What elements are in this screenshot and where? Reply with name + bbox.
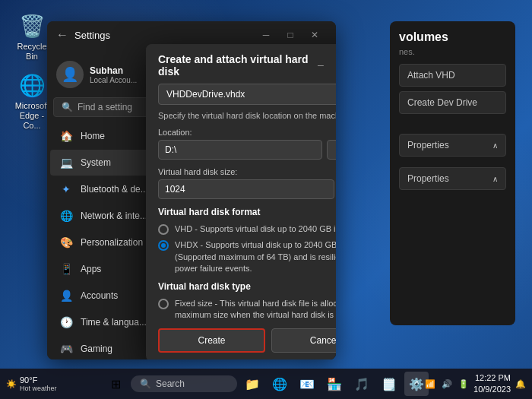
avatar: 👤: [56, 61, 84, 88]
vhd-size-row: MB GB TB ▼: [158, 179, 336, 199]
sidebar-item-time-label: Time & langua...: [81, 317, 147, 328]
vhd-window-controls: ─ □ ✕: [310, 56, 336, 74]
recycle-bin-icon: 🗑️: [18, 12, 46, 40]
format-heading: Virtual hard disk format: [158, 207, 336, 217]
attach-vhd-button[interactable]: Attach VHD: [399, 64, 506, 87]
fixed-type-label: Fixed size - This virtual hard disk file…: [175, 298, 336, 321]
type-heading: Virtual hard disk type: [158, 281, 336, 292]
settings-back-button[interactable]: ←: [56, 28, 68, 42]
vhd-filename-input[interactable]: [158, 84, 336, 105]
personalization-icon: 🎨: [59, 236, 73, 249]
search-placeholder: Find a setting: [78, 102, 132, 112]
gaming-icon: 🎮: [59, 342, 73, 356]
properties1-chevron: ∧: [492, 141, 498, 150]
create-button[interactable]: Create: [158, 328, 265, 353]
network-icon: 🌐: [59, 209, 73, 223]
size-label: Virtual hard disk size:: [158, 167, 336, 176]
taskbar: ☀️ 90°F Hot weather ⊞ 🔍 Search 📁 🌐 📧 🏪 🎵…: [0, 369, 532, 399]
sidebar-item-bluetooth-label: Bluetooth & de...: [81, 184, 148, 195]
vhd-format-label: VHD - Supports virtual disk up to 2040 G…: [175, 223, 336, 235]
weather-icon: ☀️: [6, 379, 17, 389]
taskbar-store[interactable]: 🏪: [322, 372, 347, 396]
notification-icon[interactable]: 🔔: [515, 379, 526, 389]
taskbar-search-label: Search: [156, 378, 185, 389]
vhd-radio-circle[interactable]: [158, 224, 169, 235]
close-button[interactable]: ✕: [302, 24, 327, 46]
clock-date: 10/9/2023: [473, 384, 511, 395]
network-tray-icon[interactable]: 📶: [425, 379, 435, 389]
edge-icon: 🌐: [18, 71, 46, 99]
fixed-radio-circle[interactable]: [158, 299, 169, 309]
cancel-button[interactable]: Cancel: [271, 328, 336, 353]
volume-icon[interactable]: 🔊: [442, 379, 452, 389]
sidebar-item-home-label: Home: [81, 131, 105, 141]
vhd-maximize-button[interactable]: □: [333, 56, 336, 74]
bg-panel-title: volumes: [399, 30, 506, 44]
window-controls: ─ □ ✕: [254, 24, 327, 46]
create-dev-drive-button[interactable]: Create Dev Drive: [399, 91, 506, 114]
properties2-button[interactable]: Properties ∧: [399, 167, 506, 190]
time-icon: 🕐: [59, 315, 73, 329]
fixed-type-option[interactable]: Fixed size - This virtual hard disk file…: [158, 298, 336, 321]
bg-panel: volumes nes. Attach VHD Create Dev Drive…: [390, 21, 515, 325]
chevron-icon[interactable]: ^: [415, 379, 419, 388]
taskbar-edge[interactable]: 🌐: [268, 372, 292, 396]
vhd-format-option[interactable]: VHD - Supports virtual disk up to 2040 G…: [158, 223, 336, 235]
battery-icon[interactable]: 🔋: [458, 379, 469, 389]
taskbar-mail[interactable]: 📧: [295, 372, 319, 396]
vhd-size-input[interactable]: [158, 179, 334, 199]
search-icon: 🔍: [62, 102, 73, 112]
bluetooth-icon: ✦: [59, 182, 73, 196]
clock[interactable]: 12:22 PM 10/9/2023: [473, 372, 511, 396]
minimize-button[interactable]: ─: [254, 24, 278, 46]
vhd-location-row: Browse: [158, 140, 336, 160]
vhd-description: Specify the virtual hard disk location o…: [158, 111, 336, 120]
settings-title: Settings: [74, 30, 254, 41]
taskbar-search-icon: 🔍: [140, 378, 151, 389]
properties2-chevron: ∧: [492, 175, 498, 183]
temperature: 90°F: [20, 375, 57, 385]
sidebar-item-gaming-label: Gaming: [81, 344, 112, 354]
settings-window: ← Settings ─ □ ✕ 👤 Subhan Local Accou...: [47, 21, 336, 359]
vhdx-format-label: VHDX - Supports virtual disk up to 2040 …: [175, 239, 336, 274]
clock-time: 12:22 PM: [473, 372, 511, 384]
home-icon: 🏠: [59, 129, 73, 143]
location-label: Location:: [158, 128, 336, 137]
taskbar-search[interactable]: 🔍 Search: [131, 375, 237, 392]
vhd-minimize-button[interactable]: ─: [310, 56, 331, 74]
maximize-button[interactable]: □: [278, 24, 302, 46]
bg-panel-sub: nes.: [399, 47, 506, 56]
taskbar-media[interactable]: 🎵: [350, 372, 374, 396]
desktop: 🗑️ Recycle Bin 🌐 Microsoft Edge - Co... …: [0, 0, 532, 399]
taskbar-left: ☀️ 90°F Hot weather: [0, 375, 63, 392]
properties1-label: Properties: [407, 140, 449, 150]
vhd-dialog: Create and attach virtual hard disk ─ □ …: [146, 44, 336, 359]
start-button[interactable]: ⊞: [103, 372, 128, 396]
vhd-titlebar: Create and attach virtual hard disk ─ □ …: [146, 44, 336, 84]
vhd-location-input[interactable]: [158, 140, 322, 160]
vhd-body: Specify the virtual hard disk location o…: [146, 84, 336, 359]
sidebar-item-personalization-label: Personalization: [81, 237, 143, 248]
taskbar-file-explorer[interactable]: 📁: [240, 372, 264, 396]
apps-icon: 📱: [59, 262, 73, 276]
accounts-icon: 👤: [59, 289, 73, 302]
sidebar-item-accounts-label: Accounts: [81, 290, 118, 301]
system-icon: 💻: [59, 156, 73, 169]
taskbar-center: ⊞ 🔍 Search 📁 🌐 📧 🏪 🎵 🗒️ ⚙️: [103, 372, 429, 396]
sidebar-item-apps-label: Apps: [81, 264, 101, 274]
properties1-button[interactable]: Properties ∧: [399, 134, 506, 157]
vhdx-radio-circle[interactable]: [158, 240, 169, 251]
taskbar-right: ^ 📶 🔊 🔋 12:22 PM 10/9/2023 🔔: [415, 372, 526, 396]
vhd-action-buttons: Create Cancel: [158, 328, 336, 353]
browse-button[interactable]: Browse: [327, 140, 336, 160]
sidebar-item-system-label: System: [81, 157, 111, 168]
weather-desc: Hot weather: [20, 385, 57, 392]
properties2-label: Properties: [407, 173, 449, 184]
vhd-dialog-title: Create and attach virtual hard disk: [158, 53, 310, 78]
weather-widget[interactable]: ☀️ 90°F Hot weather: [6, 375, 57, 392]
vhdx-format-option[interactable]: VHDX - Supports virtual disk up to 2040 …: [158, 239, 336, 274]
system-tray: ^ 📶 🔊 🔋: [415, 379, 469, 389]
taskbar-notes[interactable]: 🗒️: [377, 372, 401, 396]
sidebar-item-network-label: Network & inte...: [81, 211, 147, 221]
